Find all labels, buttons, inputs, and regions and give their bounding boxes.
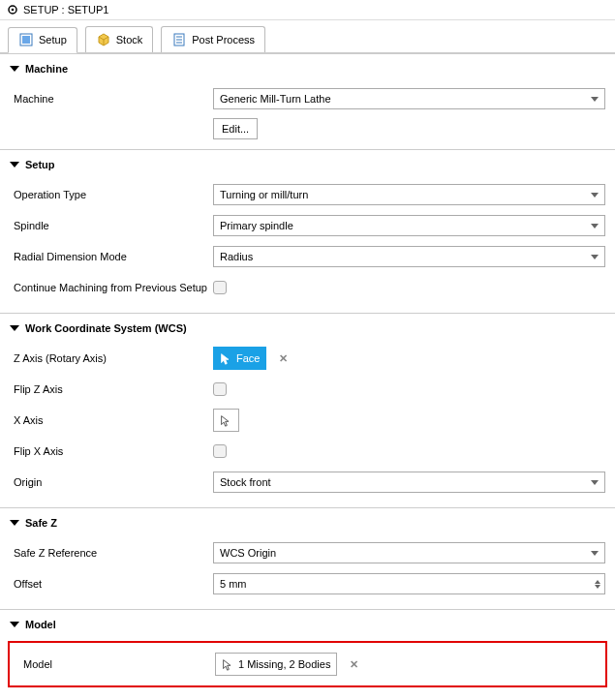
section-machine: Machine Machine Generic Mill-Turn Lathe … [0,53,615,149]
xaxis-label: X Axis [10,405,213,436]
window-title: SETUP : SETUP1 [23,4,108,15]
section-safez: Safe Z Safe Z Reference WCS Origin Offse… [0,507,615,609]
zaxis-pick-value: Face [236,352,260,364]
section-setup: Setup Operation Type Turning or mill/tur… [0,149,615,313]
model-pick-button[interactable]: 1 Missing, 2 Bodies [215,653,337,676]
section-model-header[interactable]: Model [0,610,615,639]
safez-ref-label: Safe Z Reference [10,537,213,568]
safez-ref-value: WCS Origin [220,547,276,559]
spun-profile-label: Spun Profile [10,691,213,700]
section-machine-header[interactable]: Machine [0,54,615,83]
operation-type-value: Turning or mill/turn [220,189,308,200]
caret-down-icon [10,622,19,627]
svg-rect-3 [22,36,30,44]
section-setup-header[interactable]: Setup [0,150,615,179]
tab-bar: Setup Stock Post Process [0,20,615,53]
svg-point-1 [12,9,15,12]
chevron-down-icon [591,255,599,259]
section-wcs: Work Coordinate System (WCS) Z Axis (Rot… [0,313,615,507]
chevron-down-icon [591,97,599,102]
post-tab-icon [171,32,187,47]
caret-down-icon [10,325,19,331]
operation-type-label: Operation Type [10,179,213,210]
chevron-down-icon [591,224,599,228]
cursor-icon [220,352,232,365]
model-pick-value: 1 Missing, 2 Bodies [238,658,330,670]
xaxis-pick-button[interactable] [213,409,239,432]
origin-value: Stock front [220,476,271,488]
tab-stock[interactable]: Stock [85,26,154,52]
offset-value: 5 mm [220,578,247,590]
section-wcs-header[interactable]: Work Coordinate System (WCS) [0,314,615,343]
zaxis-label: Z Axis (Rotary Axis) [10,343,213,374]
window-titlebar: SETUP : SETUP1 [0,0,615,20]
tab-post-process[interactable]: Post Process [161,26,265,52]
spindle-select[interactable]: Primary spindle [213,215,605,236]
caret-down-icon [10,66,19,72]
section-model-title: Model [25,619,56,630]
cursor-icon [222,658,234,671]
caret-down-icon [10,520,19,526]
zaxis-pick-button[interactable]: Face [213,347,266,370]
tab-stock-label: Stock [116,34,143,46]
chevron-down-icon [591,480,599,485]
flipx-checkbox[interactable] [213,444,227,458]
origin-label: Origin [10,467,213,498]
radial-mode-label: Radial Dimension Mode [10,241,213,272]
setup-tab-icon [18,32,34,47]
safez-ref-select[interactable]: WCS Origin [213,542,605,563]
tab-setup-label: Setup [39,34,67,46]
model-clear-button[interactable]: ✕ [343,654,364,675]
section-setup-title: Setup [25,159,55,170]
edit-button-label: Edit... [222,123,249,135]
flipz-label: Flip Z Axis [10,374,213,405]
spindle-label: Spindle [10,210,213,241]
offset-label: Offset [10,568,213,599]
radial-mode-value: Radius [220,251,253,262]
origin-select[interactable]: Stock front [213,472,605,493]
operation-type-select[interactable]: Turning or mill/turn [213,184,605,205]
continue-machining-checkbox[interactable] [213,281,227,294]
tab-post-label: Post Process [192,34,255,46]
caret-down-icon [10,162,19,167]
section-safez-title: Safe Z [25,517,57,529]
spinner-arrows-icon [595,580,600,589]
continue-machining-label: Continue Machining from Previous Setup [10,272,213,303]
model-label: Model [19,649,215,680]
machine-select[interactable]: Generic Mill-Turn Lathe [213,88,605,109]
flipx-label: Flip X Axis [10,436,213,467]
edit-machine-button[interactable]: Edit... [213,118,258,139]
stock-tab-icon [96,32,111,47]
radial-mode-select[interactable]: Radius [213,246,605,267]
machine-select-value: Generic Mill-Turn Lathe [220,93,331,105]
zaxis-clear-button[interactable]: ✕ [272,348,293,369]
section-machine-title: Machine [25,63,68,75]
tab-setup[interactable]: Setup [8,27,77,53]
spindle-value: Primary spindle [220,220,293,231]
section-wcs-title: Work Coordinate System (WCS) [25,322,187,334]
model-row-highlight: Model 1 Missing, 2 Bodies ✕ [8,641,607,687]
section-safez-header[interactable]: Safe Z [0,508,615,537]
offset-spinner[interactable]: 5 mm [213,573,605,594]
app-icon [8,5,17,15]
section-model: Model Model 1 Missing, 2 Bodies ✕ Spun P… [0,609,615,700]
flipz-checkbox[interactable] [213,382,227,396]
machine-label: Machine [10,83,213,114]
cursor-icon [220,414,232,427]
chevron-down-icon [591,193,599,198]
chevron-down-icon [591,551,599,556]
